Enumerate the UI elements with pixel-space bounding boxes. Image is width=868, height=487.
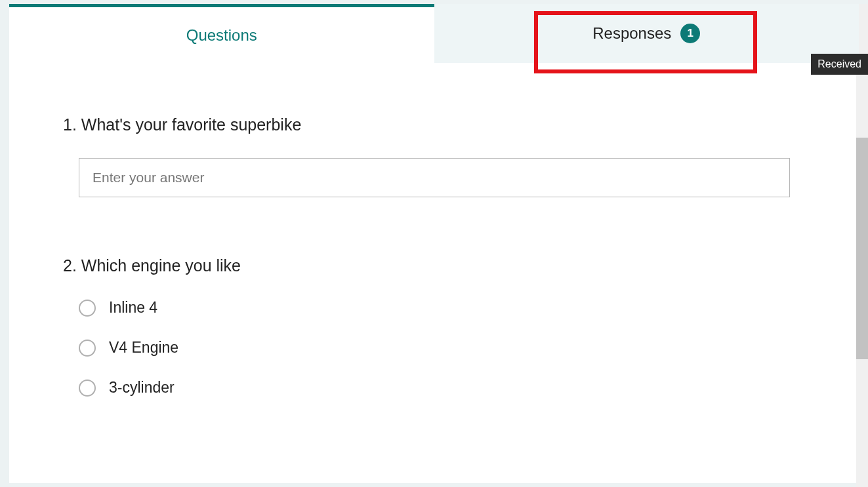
question-block-1: 1. What's your favorite superbike: [63, 115, 805, 197]
radio-icon[interactable]: [79, 300, 96, 317]
answer-input-1[interactable]: [79, 158, 790, 197]
question-title-1: 1. What's your favorite superbike: [63, 115, 805, 134]
option-row-0[interactable]: Inline 4: [79, 299, 805, 317]
question-number-2: 2: [63, 256, 72, 275]
content-panel: 1. What's your favorite superbike 2. Whi…: [9, 63, 859, 483]
scrollbar-thumb[interactable]: [856, 138, 868, 359]
question-title-2: 2. Which engine you like: [63, 256, 805, 275]
tab-responses-inner: Responses 1: [592, 24, 700, 43]
question-block-2: 2. Which engine you like Inline 4 V4 Eng…: [63, 256, 805, 397]
responses-count-value: 1: [688, 27, 693, 40]
question-dot: .: [72, 256, 81, 275]
tab-questions[interactable]: Questions: [9, 4, 434, 63]
received-tooltip-text: Received: [817, 58, 861, 69]
question-text-1: What's your favorite superbike: [81, 115, 301, 134]
tab-questions-label: Questions: [186, 26, 257, 45]
radio-icon[interactable]: [79, 340, 96, 357]
responses-count-badge: 1: [680, 24, 700, 43]
option-label-1: V4 Engine: [109, 339, 178, 357]
tabs-container: Questions Responses 1: [9, 4, 859, 63]
tab-responses[interactable]: Responses 1: [434, 4, 859, 63]
tab-responses-label: Responses: [592, 24, 671, 43]
radio-icon[interactable]: [79, 380, 96, 397]
options-list: Inline 4 V4 Engine 3-cylinder: [79, 299, 805, 397]
option-row-1[interactable]: V4 Engine: [79, 339, 805, 357]
question-number-1: 1: [63, 115, 72, 134]
received-tooltip: Received: [811, 54, 868, 75]
option-row-2[interactable]: 3-cylinder: [79, 379, 805, 397]
question-text-2: Which engine you like: [81, 256, 241, 275]
option-label-2: 3-cylinder: [109, 379, 175, 397]
question-dot: .: [72, 115, 81, 134]
option-label-0: Inline 4: [109, 299, 157, 317]
page-wrapper: Questions Responses 1 1. What's your fav…: [0, 0, 868, 487]
